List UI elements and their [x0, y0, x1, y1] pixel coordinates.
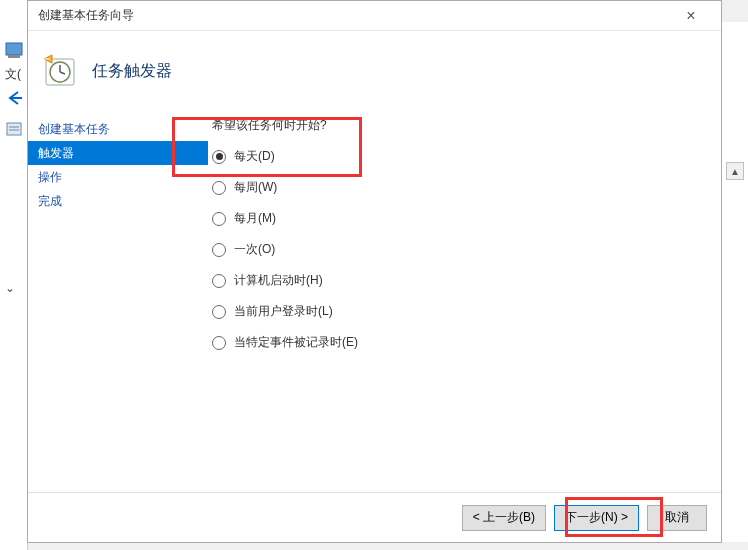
wizard-body: 创建基本任务触发器操作完成 希望该任务何时开始? 每天(D)每周(W)每月(M)…	[28, 111, 721, 492]
app-icon	[5, 42, 23, 60]
clock-icon	[42, 53, 78, 89]
radio-icon[interactable]	[212, 243, 226, 257]
trigger-option-5[interactable]: 当前用户登录时(L)	[212, 303, 721, 320]
svg-rect-0	[6, 43, 22, 55]
radio-icon[interactable]	[212, 274, 226, 288]
svg-rect-1	[8, 55, 20, 58]
nav-item-0[interactable]: 创建基本任务	[28, 117, 208, 141]
radio-icon[interactable]	[212, 336, 226, 350]
close-button[interactable]: ×	[671, 2, 711, 30]
radio-label: 每周(W)	[234, 179, 277, 196]
wizard-header-title: 任务触发器	[92, 61, 172, 82]
trigger-radio-list: 每天(D)每周(W)每月(M)一次(O)计算机启动时(H)当前用户登录时(L)当…	[208, 148, 721, 351]
radio-label: 计算机启动时(H)	[234, 272, 323, 289]
wizard-footer: < 上一步(B) 下一步(N) > 取消	[28, 492, 721, 542]
radio-label: 当特定事件被记录时(E)	[234, 334, 358, 351]
radio-label: 一次(O)	[234, 241, 275, 258]
trigger-option-4[interactable]: 计算机启动时(H)	[212, 272, 721, 289]
trigger-option-6[interactable]: 当特定事件被记录时(E)	[212, 334, 721, 351]
bg-file-label: 文(	[5, 66, 21, 83]
back-button[interactable]: < 上一步(B)	[462, 505, 546, 531]
chevron-down-icon[interactable]: ⌄	[5, 281, 15, 295]
svg-rect-3	[7, 123, 21, 135]
dialog-title: 创建基本任务向导	[38, 7, 671, 24]
radio-icon[interactable]	[212, 181, 226, 195]
trigger-option-1[interactable]: 每周(W)	[212, 179, 721, 196]
trigger-option-0[interactable]: 每天(D)	[212, 148, 721, 165]
trigger-option-3[interactable]: 一次(O)	[212, 241, 721, 258]
radio-icon[interactable]	[212, 150, 226, 164]
radio-label: 当前用户登录时(L)	[234, 303, 333, 320]
nav-item-2[interactable]: 操作	[28, 165, 208, 189]
back-arrow-icon[interactable]	[4, 88, 24, 108]
cancel-button[interactable]: 取消	[647, 505, 707, 531]
radio-label: 每月(M)	[234, 210, 276, 227]
trigger-question: 希望该任务何时开始?	[208, 117, 721, 134]
next-button[interactable]: 下一步(N) >	[554, 505, 639, 531]
radio-icon[interactable]	[212, 212, 226, 226]
wizard-content: 希望该任务何时开始? 每天(D)每周(W)每月(M)一次(O)计算机启动时(H)…	[208, 111, 721, 492]
background-right-strip: ▲	[720, 22, 748, 542]
scroll-up-icon[interactable]: ▲	[726, 162, 744, 180]
background-left-strip: 文( ⌄	[0, 0, 28, 550]
trigger-option-2[interactable]: 每月(M)	[212, 210, 721, 227]
titlebar: 创建基本任务向导 ×	[28, 1, 721, 31]
radio-icon[interactable]	[212, 305, 226, 319]
wizard-dialog: 创建基本任务向导 × 任务触发器 创建基本任务触发器操作完成 希望该任务何时开始…	[27, 0, 722, 543]
radio-label: 每天(D)	[234, 148, 275, 165]
wizard-nav: 创建基本任务触发器操作完成	[28, 111, 208, 492]
tree-icon	[5, 120, 23, 138]
nav-item-1[interactable]: 触发器	[28, 141, 208, 165]
wizard-header: 任务触发器	[28, 31, 721, 111]
nav-item-3[interactable]: 完成	[28, 189, 208, 213]
